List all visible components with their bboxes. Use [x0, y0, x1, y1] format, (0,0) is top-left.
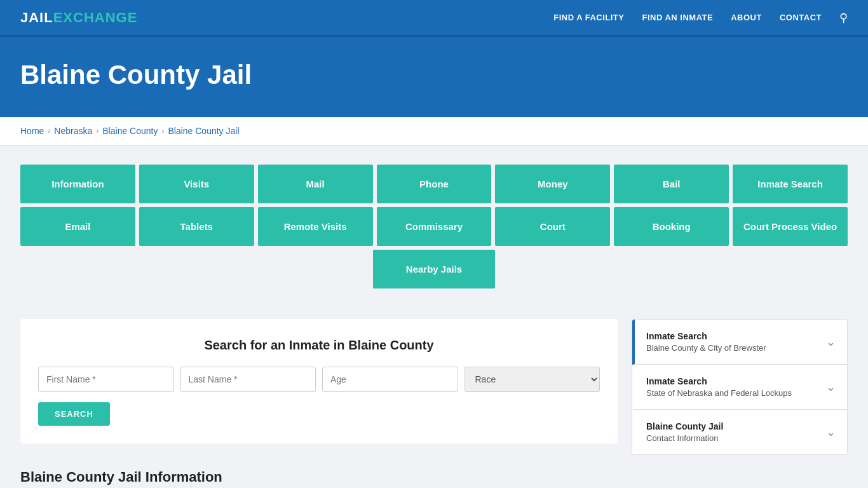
sidebar-item-inmate-search-nebraska[interactable]: Inmate Search State of Nebraska and Fede… [632, 365, 847, 410]
sidebar-item-top-1: Inmate Search [646, 331, 766, 341]
nav-links: FIND A FACILITY FIND AN INMATE ABOUT CON… [553, 11, 848, 25]
breadcrumb-blaine-county[interactable]: Blaine County [102, 126, 158, 136]
content-area: Information Visits Mail Phone Money Bail… [0, 146, 868, 319]
sidebar-item-top-2: Inmate Search [646, 376, 792, 386]
grid-row-1: Information Visits Mail Phone Money Bail… [20, 165, 848, 203]
btn-booking[interactable]: Booking [614, 207, 729, 246]
sidebar-item-top-3: Blaine County Jail [646, 421, 723, 431]
grid-row-2: Email Tablets Remote Visits Commissary C… [20, 207, 848, 246]
search-fields: Race White Black Hispanic Asian Other [38, 367, 600, 392]
nav-find-facility[interactable]: FIND A FACILITY [553, 13, 624, 22]
sidebar-item-bottom-3: Contact Information [646, 433, 723, 443]
btn-remote-visits[interactable]: Remote Visits [258, 207, 373, 246]
sidebar-item-left-3: Blaine County Jail Contact Information [646, 421, 723, 443]
btn-tablets[interactable]: Tablets [139, 207, 254, 246]
btn-nearby-jails[interactable]: Nearby Jails [373, 250, 495, 288]
nav-find-inmate[interactable]: FIND AN INMATE [642, 13, 713, 22]
btn-court[interactable]: Court [495, 207, 610, 246]
main-columns: Search for an Inmate in Blaine County Ra… [0, 319, 868, 455]
btn-visits[interactable]: Visits [139, 165, 254, 203]
search-section: Search for an Inmate in Blaine County Ra… [20, 319, 618, 444]
hero-banner: Blaine County Jail [0, 37, 868, 117]
age-input[interactable] [322, 367, 458, 392]
btn-inmate-search[interactable]: Inmate Search [733, 165, 848, 203]
search-title: Search for an Inmate in Blaine County [38, 338, 600, 353]
chevron-down-icon-3: ⌄ [826, 425, 836, 439]
btn-commissary[interactable]: Commissary [377, 207, 492, 246]
chevron-down-icon-1: ⌄ [826, 335, 836, 349]
sidebar-item-left-1: Inmate Search Blaine County & City of Br… [646, 331, 766, 353]
btn-mail[interactable]: Mail [258, 165, 373, 203]
btn-information[interactable]: Information [20, 165, 135, 203]
breadcrumb-home[interactable]: Home [20, 126, 44, 136]
breadcrumb-nebraska[interactable]: Nebraska [54, 126, 92, 136]
breadcrumb-chevron-1: › [48, 126, 50, 135]
btn-bail[interactable]: Bail [614, 165, 729, 203]
first-name-input[interactable] [38, 367, 174, 392]
sidebar-item-left-2: Inmate Search State of Nebraska and Fede… [646, 376, 792, 398]
search-icon[interactable]: ⚲ [839, 11, 848, 25]
sidebar-item-bottom-1: Blaine County & City of Brewster [646, 343, 766, 353]
logo-jail: JAIL [20, 10, 53, 26]
breadcrumb-chevron-2: › [96, 126, 98, 135]
sidebar: Inmate Search Blaine County & City of Br… [632, 319, 848, 455]
nav-about[interactable]: ABOUT [731, 13, 762, 22]
sidebar-item-inmate-search-blaine[interactable]: Inmate Search Blaine County & City of Br… [632, 320, 847, 365]
logo-exchange: EXCHANGE [53, 10, 138, 26]
grid-row-3: Nearby Jails [20, 250, 848, 288]
sidebar-item-contact-info[interactable]: Blaine County Jail Contact Information ⌄ [632, 410, 847, 454]
chevron-down-icon-2: ⌄ [826, 380, 836, 394]
search-button[interactable]: SEARCH [38, 402, 110, 426]
nav-contact[interactable]: CONTACT [780, 13, 822, 22]
btn-money[interactable]: Money [495, 165, 610, 203]
section-title: Blaine County Jail Information [0, 455, 868, 488]
last-name-input[interactable] [180, 367, 316, 392]
breadcrumb: Home › Nebraska › Blaine County › Blaine… [0, 117, 868, 146]
page-title: Blaine County Jail [20, 60, 848, 90]
race-select[interactable]: Race White Black Hispanic Asian Other [465, 367, 600, 392]
btn-court-process-video[interactable]: Court Process Video [733, 207, 848, 246]
btn-phone[interactable]: Phone [377, 165, 492, 203]
btn-email[interactable]: Email [20, 207, 135, 246]
logo[interactable]: JAILEXCHANGE [20, 10, 137, 26]
navbar: JAILEXCHANGE FIND A FACILITY FIND AN INM… [0, 0, 868, 37]
breadcrumb-chevron-3: › [161, 126, 164, 135]
sidebar-item-bottom-2: State of Nebraska and Federal Lockups [646, 388, 792, 398]
breadcrumb-blaine-county-jail[interactable]: Blaine County Jail [168, 126, 239, 136]
